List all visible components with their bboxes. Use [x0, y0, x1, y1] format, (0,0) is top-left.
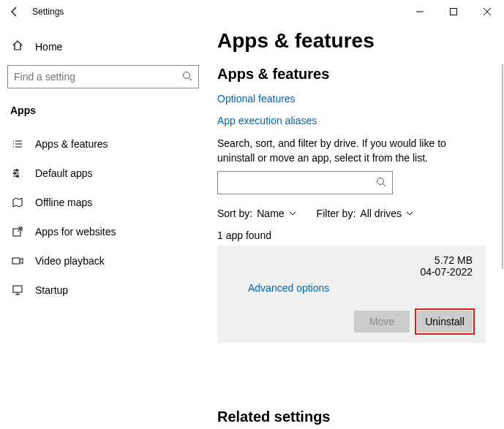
apps-description: Search, sort, and filter by drive. If yo…: [217, 137, 486, 165]
filter-label: Filter by:: [317, 208, 356, 219]
close-icon: [484, 8, 491, 15]
search-icon: [182, 71, 192, 83]
filter-by-dropdown[interactable]: Filter by: All drives: [317, 208, 413, 219]
app-count: 1 app found: [217, 229, 486, 241]
optional-features-link[interactable]: Optional features: [217, 93, 486, 105]
svg-line-5: [189, 77, 192, 80]
startup-icon: [10, 284, 25, 296]
home-link[interactable]: Home: [7, 35, 199, 58]
sort-label: Sort by:: [217, 208, 252, 219]
app-search[interactable]: [217, 171, 393, 194]
app-execution-aliases-link[interactable]: App execution aliases: [217, 115, 486, 126]
minimize-button[interactable]: [403, 0, 437, 23]
nav-header: Apps: [7, 105, 199, 116]
nav-item-apps-websites[interactable]: Apps for websites: [7, 217, 199, 246]
maximize-icon: [450, 8, 457, 15]
nav-item-apps-features[interactable]: Apps & features: [7, 129, 199, 159]
app-date: 04-07-2022: [420, 266, 473, 278]
nav-item-label: Apps for websites: [35, 226, 116, 238]
svg-point-23: [377, 178, 384, 184]
window-title: Settings: [32, 7, 64, 17]
filter-value: All drives: [360, 208, 402, 219]
page-title: Apps & features: [217, 29, 486, 53]
scrollbar[interactable]: [502, 64, 503, 269]
back-button[interactable]: [0, 0, 29, 23]
video-icon: [10, 255, 25, 267]
chevron-down-icon: [289, 210, 296, 217]
nav-item-video-playback[interactable]: Video playback: [7, 246, 199, 276]
svg-rect-20: [13, 286, 22, 292]
nav-item-label: Offline maps: [35, 197, 92, 208]
sort-value: Name: [257, 208, 284, 219]
sidebar-search[interactable]: [7, 65, 199, 88]
home-label: Home: [35, 41, 62, 53]
svg-point-4: [184, 72, 190, 78]
nav-item-default-apps[interactable]: Default apps: [7, 159, 199, 188]
chevron-down-icon: [406, 210, 413, 217]
app-size: 5.72 MB: [420, 254, 473, 266]
sidebar-search-input[interactable]: [14, 71, 182, 83]
minimize-icon: [416, 8, 424, 15]
close-button[interactable]: [470, 0, 504, 23]
map-icon: [10, 197, 25, 208]
open-icon: [10, 226, 25, 238]
nav-item-label: Default apps: [35, 167, 93, 179]
related-settings-title: Related settings: [217, 409, 486, 425]
app-card[interactable]: 5.72 MB 04-07-2022 Advanced options Move…: [217, 246, 486, 343]
svg-rect-1: [451, 9, 457, 15]
app-search-input[interactable]: [224, 178, 376, 189]
move-button: Move: [354, 311, 410, 333]
nav-item-label: Apps & features: [35, 138, 108, 150]
arrow-left-icon: [9, 6, 20, 18]
uninstall-button[interactable]: Uninstall: [417, 311, 473, 333]
search-icon: [376, 177, 386, 189]
section-title: Apps & features: [217, 66, 486, 83]
svg-rect-19: [12, 258, 20, 264]
maximize-button[interactable]: [437, 0, 470, 23]
nav-item-offline-maps[interactable]: Offline maps: [7, 188, 199, 217]
home-icon: [10, 39, 25, 53]
nav-item-label: Video playback: [35, 255, 105, 267]
svg-line-24: [383, 183, 386, 186]
advanced-options-link[interactable]: Advanced options: [248, 282, 329, 294]
defaults-icon: [10, 167, 25, 179]
nav-item-label: Startup: [35, 284, 68, 296]
nav-item-startup[interactable]: Startup: [7, 276, 199, 305]
sort-by-dropdown[interactable]: Sort by: Name: [217, 208, 296, 219]
list-icon: [10, 138, 25, 150]
